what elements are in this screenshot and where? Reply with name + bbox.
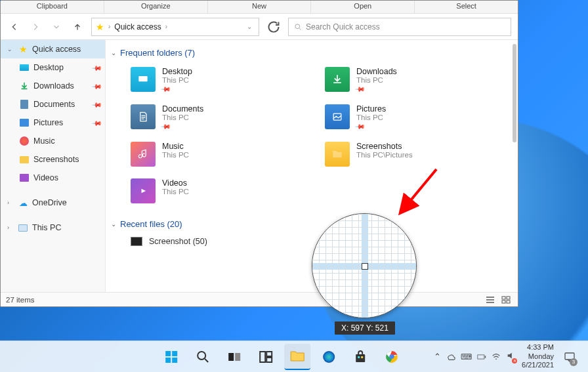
sidebar-item-label: Screenshots <box>33 155 79 164</box>
taskbar: ⌃ ⌨ ✕ 4:33 PM Monday 6/21/2021 3 <box>0 341 588 372</box>
sidebar-item-downloads[interactable]: Downloads 📌 <box>1 77 105 95</box>
folder-name: Downloads <box>356 67 397 76</box>
large-icons-view-button[interactable] <box>499 295 513 305</box>
folder-item-music[interactable]: Music This PC <box>131 142 305 167</box>
svg-rect-16 <box>266 352 272 356</box>
taskbar-file-explorer-button[interactable] <box>284 344 310 370</box>
folder-name: Screenshots <box>356 142 413 151</box>
magnifier-overlay <box>312 213 417 318</box>
tray-icons[interactable]: ⌃ ⌨ ✕ <box>434 351 515 362</box>
folder-name: Documents <box>162 104 203 114</box>
sidebar-item-pictures[interactable]: Pictures 📌 <box>1 114 105 132</box>
recent-file-item[interactable]: Screenshot (50) shots <box>111 234 506 249</box>
sidebar-item-desktop[interactable]: Desktop 📌 <box>1 58 105 77</box>
taskbar-chrome-button[interactable] <box>379 344 405 370</box>
folder-location: This PC <box>356 114 386 121</box>
pin-icon: 📌 <box>161 83 171 94</box>
pictures-icon <box>325 104 350 129</box>
notifications-button[interactable]: 3 <box>560 344 579 370</box>
sidebar-item-music[interactable]: Music <box>1 132 105 150</box>
taskbar-clock[interactable]: 4:33 PM Monday 6/21/2021 <box>522 343 554 370</box>
folder-item-downloads[interactable]: Downloads This PC 📌 <box>325 67 499 93</box>
frequent-folders-header[interactable]: ⌄ Frequent folders (7) <box>111 45 506 63</box>
taskbar-edge-button[interactable] <box>316 344 342 370</box>
folder-location: This PC <box>356 76 397 84</box>
sidebar-item-documents[interactable]: Documents 📌 <box>1 95 105 114</box>
svg-rect-21 <box>361 356 363 358</box>
sidebar-item-quick-access[interactable]: ⌄ ★ Quick access <box>1 40 105 58</box>
svg-line-7 <box>402 169 436 211</box>
folder-item-screenshots[interactable]: Screenshots This PC\Pictures <box>325 142 499 167</box>
chevron-down-icon: ⌄ <box>111 220 116 228</box>
sidebar-item-videos[interactable]: Videos <box>1 169 105 187</box>
ribbon-section-organize[interactable]: Organize <box>104 1 208 13</box>
keyboard-tray-icon[interactable]: ⌨ <box>461 352 472 362</box>
tray-overflow-icon[interactable]: ⌃ <box>434 352 441 362</box>
main-pane[interactable]: ⌄ Frequent folders (7) Desktop This PC 📌… <box>106 40 518 292</box>
folder-item-videos[interactable]: Videos This PC <box>131 178 305 203</box>
search-input[interactable]: Search Quick access <box>288 18 511 36</box>
battery-tray-icon[interactable] <box>477 352 486 362</box>
folder-location: This PC <box>162 114 203 121</box>
frequent-folders-title: Frequent folders (7) <box>120 48 195 58</box>
ribbon-section-new[interactable]: New <box>208 1 312 13</box>
sidebar-item-label: Videos <box>33 173 58 182</box>
scrollbar[interactable] <box>513 44 516 142</box>
refresh-button[interactable] <box>266 19 282 35</box>
details-view-button[interactable] <box>484 295 497 305</box>
breadcrumb-quick-access[interactable]: Quick access <box>114 22 161 31</box>
sidebar-item-onedrive[interactable]: › ☁ OneDrive <box>1 194 105 212</box>
folder-item-documents[interactable]: Documents This PC 📌 <box>131 104 305 130</box>
video-icon <box>20 174 29 182</box>
folder-item-pictures[interactable]: Pictures This PC 📌 <box>325 104 499 130</box>
recent-files-title: Recent files (20) <box>120 219 182 229</box>
download-icon <box>325 67 350 92</box>
recent-file-name: Screenshot (50) <box>149 237 207 246</box>
sidebar: ⌄ ★ Quick access Desktop 📌 Downloads 📌 D… <box>1 40 106 292</box>
folder-location: This PC <box>162 188 189 196</box>
address-bar[interactable]: ★ › Quick access › ⌄ <box>91 18 259 36</box>
taskbar-store-button[interactable] <box>347 344 373 370</box>
folder-location: This PC\Pictures <box>356 151 413 159</box>
svg-rect-11 <box>172 358 177 363</box>
svg-rect-19 <box>356 354 365 362</box>
ribbon-section-open[interactable]: Open <box>311 1 415 13</box>
sidebar-item-this-pc[interactable]: › This PC <box>1 218 105 237</box>
folder-item-desktop[interactable]: Desktop This PC 📌 <box>131 67 305 93</box>
back-button[interactable] <box>7 20 22 34</box>
status-item-count: 27 items <box>6 296 34 304</box>
ribbon-bar: Clipboard Organize New Open Select <box>1 1 518 14</box>
onedrive-tray-icon[interactable] <box>446 352 455 362</box>
svg-point-12 <box>198 352 205 360</box>
quick-access-star-icon: ★ <box>96 22 104 32</box>
document-icon <box>131 104 156 129</box>
sidebar-item-label: Pictures <box>33 118 63 127</box>
start-button[interactable] <box>158 344 184 370</box>
ribbon-section-clipboard[interactable]: Clipboard <box>1 1 104 13</box>
folder-location: This PC <box>162 76 192 84</box>
sidebar-item-label: This PC <box>32 223 61 232</box>
taskbar-search-button[interactable] <box>190 344 216 370</box>
folder-location: This PC <box>162 151 189 159</box>
download-icon <box>19 81 30 91</box>
wifi-tray-icon[interactable] <box>492 352 501 362</box>
sidebar-item-screenshots[interactable]: Screenshots <box>1 150 105 169</box>
clock-day: Monday <box>528 352 554 362</box>
taskbar-widgets-button[interactable] <box>253 344 279 370</box>
up-button[interactable] <box>70 20 85 34</box>
svg-point-18 <box>323 351 335 363</box>
magnifier-coords: X: 597 Y: 521 <box>335 321 395 335</box>
pin-icon: 📌 <box>161 121 171 131</box>
ribbon-section-select[interactable]: Select <box>415 1 518 13</box>
address-dropdown-icon[interactable]: ⌄ <box>247 23 255 30</box>
svg-rect-25 <box>485 356 486 358</box>
recent-locations-button[interactable] <box>49 20 64 34</box>
pin-icon: 📌 <box>92 117 102 128</box>
volume-tray-icon[interactable]: ✕ <box>506 351 515 362</box>
taskbar-task-view-button[interactable] <box>221 344 247 370</box>
svg-point-0 <box>295 24 300 28</box>
recent-files-header[interactable]: ⌄ Recent files (20) <box>111 217 506 234</box>
forward-button[interactable] <box>28 20 43 34</box>
svg-rect-9 <box>172 351 177 356</box>
folder-name: Desktop <box>162 67 192 76</box>
